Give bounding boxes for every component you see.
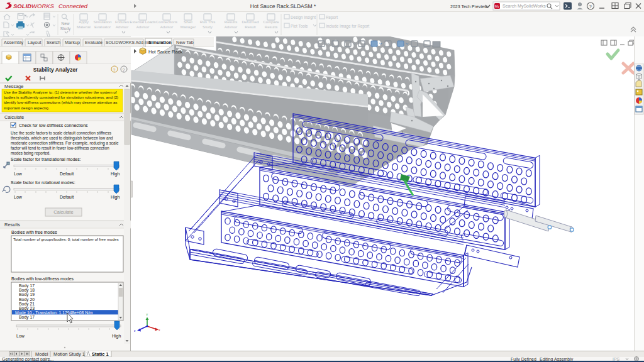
svg-text:Calculate: Calculate [53,209,73,215]
svg-text:Layout: Layout [28,40,42,45]
svg-text:Advisor: Advisor [225,25,238,29]
svg-text:Scale factor for rotational mo: Scale factor for rotational modes: [11,180,75,185]
svg-text:Y: Y [146,313,148,317]
svg-text:identify low-stiffness connect: identify low-stiffness connections (whic… [4,100,117,104]
svg-text:Low: Low [14,172,23,176]
svg-text:Search MySolidWorks: Search MySolidWorks [502,4,546,9]
svg-text:modes being reported.: modes being reported. [11,151,50,156]
svg-text:High: High [111,195,120,200]
svg-text:High: High [112,334,121,339]
svg-text:Advisor: Advisor [136,25,150,29]
svg-text:Results: Results [4,222,20,228]
svg-text:Hot Sauce Rack: Hot Sauce Rack [148,49,182,55]
svg-text:Stability Analyzer: Stability Analyzer [33,67,78,73]
svg-text:Body 17: Body 17 [19,315,35,320]
svg-text:My: My [495,4,499,8]
svg-text:Use the Stability Analyzer to:: Use the Stability Analyzer to: (1) deter… [4,90,117,94]
svg-text:Calculate: Calculate [4,114,24,120]
svg-text:?: ? [123,68,125,72]
svg-text:New: New [61,21,69,26]
svg-text:Default: Default [60,195,74,199]
svg-text:Markup: Markup [65,40,80,45]
svg-text:Bodies with low-stiffness mode: Bodies with low-stiffness modes [11,277,74,281]
svg-text:Evaluator: Evaluator [94,25,111,29]
svg-text:Low: Low [16,334,25,338]
svg-text:Message: Message [4,84,23,89]
svg-text:moderate connection stiffness.: moderate connection stiffness. For examp… [11,141,119,146]
svg-text:?: ? [589,4,592,9]
svg-text:Include Image for Report: Include Image for Report [326,24,370,29]
svg-text:thresholds, which are used to: thresholds, which are used to distinguis… [11,136,113,141]
svg-text:Mode 10 - Translation: 1.17648: Mode 10 - Translation: 1.17648e+08 N/m [15,310,93,315]
svg-text:High: High [111,172,120,177]
svg-text:Low: Low [14,195,23,199]
svg-text:Plot Tools: Plot Tools [291,24,308,28]
svg-text:2023 Tech Preview: 2023 Tech Preview [450,4,488,9]
svg-text:Default: Default [60,172,74,176]
svg-text:factor will tend to result in: factor will tend to result in fewer low-… [11,146,109,150]
svg-text:SOLIDWORKS: SOLIDWORKS [13,3,55,9]
svg-text:Manager: Manager [180,25,196,29]
svg-text:Report: Report [326,15,338,20]
svg-text:Connected: Connected [58,3,88,9]
svg-text:important design aspects).: important design aspects). [4,106,50,110]
svg-text:Bodies with free modes: Bodies with free modes [11,230,57,234]
svg-text:Assembly: Assembly [4,40,24,45]
svg-text:z: z [134,329,136,332]
svg-text:Check for low-stiffness connec: Check for low-stiffness connections [19,123,88,128]
svg-text:Design Insight: Design Insight [291,15,316,20]
svg-text:Evaluate: Evaluate [85,40,103,45]
svg-text:Use the scale factors to scale: Use the scale factors to scale default c… [11,131,111,135]
svg-text:Advisor: Advisor [116,25,129,29]
svg-text:Study: Study [203,25,213,29]
svg-text:x: x [158,328,160,332]
svg-text:Material: Material [77,25,91,29]
svg-text:Total number of groups/bodies:: Total number of groups/bodies: 0; total … [13,237,119,241]
svg-text:Study: Study [60,26,71,31]
svg-text:Hot Sauce Rack.SLDASM *: Hot Sauce Rack.SLDASM * [250,3,316,9]
svg-text:Advisor: Advisor [160,25,174,29]
svg-text:?: ? [113,68,116,72]
svg-text:Scale factor for translational: Scale factor for translational modes: [11,157,81,162]
svg-text:Result: Result [245,25,256,29]
svg-text:bodies is sufficiently constra: bodies is sufficiently constrained for s… [4,95,118,99]
svg-text:Results: Results [265,25,278,29]
svg-text:Sketch: Sketch [47,40,60,45]
